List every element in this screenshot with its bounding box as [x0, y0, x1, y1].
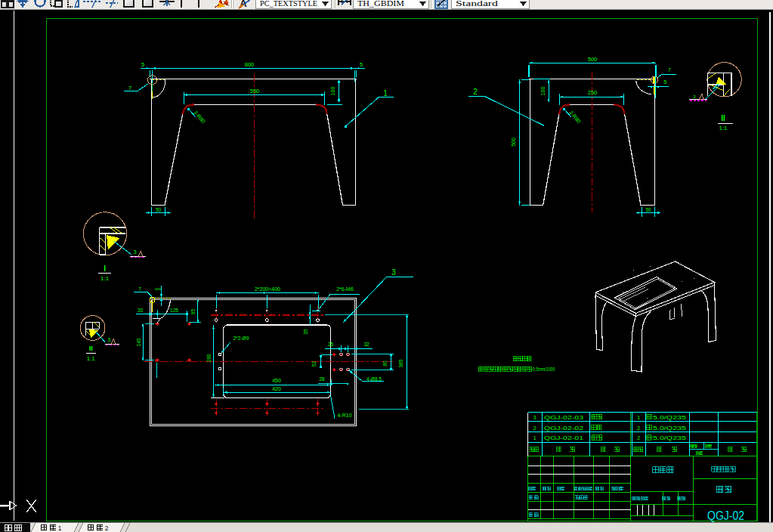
svg-text:1: 1 — [58, 524, 62, 532]
svg-text:1: 1 — [533, 435, 536, 441]
svg-text:2: 2 — [637, 435, 640, 441]
svg-text:3: 3 — [134, 249, 137, 255]
svg-text:PC_TEXTSTYLE: PC_TEXTSTYLE — [260, 0, 317, 8]
svg-text:2: 2 — [473, 88, 478, 96]
svg-text:1: 1 — [383, 89, 388, 97]
svg-text:2: 2 — [533, 425, 536, 431]
svg-text:100: 100 — [540, 87, 546, 96]
svg-text:ucs: ucs — [155, 286, 161, 291]
svg-text:1:1: 1:1 — [87, 355, 96, 362]
svg-text:5: 5 — [360, 61, 363, 68]
svg-text:7: 7 — [128, 85, 131, 91]
svg-text:4-R10: 4-R10 — [337, 413, 351, 418]
svg-text:365: 365 — [398, 359, 404, 367]
svg-text:1:1: 1:1 — [719, 125, 728, 131]
svg-text:32: 32 — [363, 342, 369, 347]
svg-text:2*6-M6: 2*6-M6 — [336, 286, 354, 292]
svg-text:2*200=400: 2*200=400 — [255, 286, 280, 292]
svg-text:II: II — [89, 345, 93, 352]
svg-text:450: 450 — [272, 378, 281, 383]
svg-text:QGJ-02-01: QGJ-02-01 — [544, 435, 583, 441]
svg-text:7: 7 — [138, 286, 141, 292]
svg-text:QGJ-02-03: QGJ-02-03 — [544, 414, 583, 421]
svg-text:140: 140 — [136, 338, 141, 346]
svg-text:II: II — [721, 114, 725, 122]
svg-text:25: 25 — [328, 342, 334, 347]
svg-text:125: 125 — [170, 308, 178, 313]
svg-text:TH_GBDIM: TH_GBDIM — [357, 0, 404, 8]
svg-text:5.0/Q235: 5.0/Q235 — [653, 415, 686, 421]
svg-text:1: 1 — [637, 414, 640, 421]
svg-text:I: I — [104, 264, 106, 273]
svg-text:250: 250 — [588, 89, 598, 96]
svg-text:95: 95 — [190, 309, 196, 315]
svg-text:5.0/Q235: 5.0/Q235 — [653, 435, 686, 441]
svg-text:2*2-Ø9: 2*2-Ø9 — [233, 336, 249, 341]
svg-text:5.0/Q235: 5.0/Q235 — [653, 425, 686, 431]
svg-text:35: 35 — [303, 329, 308, 335]
svg-text:500: 500 — [588, 56, 598, 63]
svg-text:2: 2 — [105, 524, 109, 532]
svg-text:Standard: Standard — [456, 0, 499, 8]
svg-text:52: 52 — [311, 361, 317, 367]
svg-text:4-Ø8.5: 4-Ø8.5 — [366, 376, 382, 382]
svg-text:100: 100 — [330, 87, 335, 96]
svg-text:50: 50 — [156, 207, 162, 212]
svg-text:QGJ-02: QGJ-02 — [707, 509, 744, 522]
svg-text:1:1: 1:1 — [100, 275, 110, 282]
svg-text:3: 3 — [391, 268, 396, 277]
svg-text:500: 500 — [511, 138, 516, 147]
svg-text:QGJ-02-02: QGJ-02-02 — [544, 425, 583, 431]
svg-text:28: 28 — [319, 376, 325, 382]
svg-text:5: 5 — [141, 61, 144, 68]
svg-text:50: 50 — [645, 207, 651, 212]
svg-text:3: 3 — [533, 414, 536, 421]
svg-text:20: 20 — [138, 308, 144, 313]
svg-text:550: 550 — [250, 88, 260, 94]
svg-text:80: 80 — [382, 360, 388, 367]
svg-text:2: 2 — [637, 425, 640, 431]
svg-text:5: 5 — [663, 79, 666, 85]
svg-text:0.5mm/1000: 0.5mm/1000 — [533, 367, 555, 372]
svg-text:3: 3 — [107, 337, 110, 342]
svg-text:420: 420 — [272, 386, 281, 391]
svg-text:800: 800 — [245, 61, 255, 68]
svg-text:290: 290 — [206, 354, 212, 362]
svg-text:7: 7 — [668, 67, 671, 73]
